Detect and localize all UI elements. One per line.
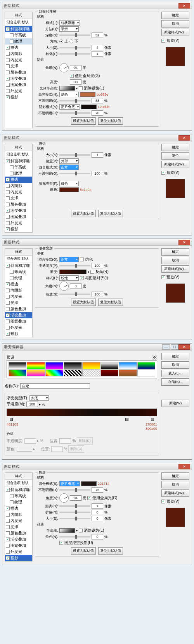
gradient-type-dropdown[interactable]: 实底 xyxy=(29,395,49,401)
gear-icon[interactable]: ⚙ xyxy=(152,355,157,360)
effect-checkbox[interactable] xyxy=(10,276,14,280)
distance-input[interactable]: 1 xyxy=(92,503,103,509)
sidebar-item[interactable]: 颜色叠加 xyxy=(5,306,32,312)
effect-checkbox[interactable] xyxy=(6,89,10,93)
reset-default-button[interactable]: 复位为默认值 xyxy=(98,299,123,306)
ok-button[interactable]: 确定 xyxy=(161,248,189,256)
antialias-checkbox[interactable] xyxy=(79,86,83,90)
opacity-input[interactable]: 100 xyxy=(92,171,103,176)
effect-checkbox[interactable] xyxy=(6,307,10,311)
opacity-slider[interactable] xyxy=(59,173,90,174)
sidebar-item[interactable]: 描边 xyxy=(5,177,32,183)
effect-checkbox[interactable] xyxy=(6,513,10,517)
shadow-op-input[interactable]: 78 xyxy=(92,110,103,116)
opacity-slider[interactable] xyxy=(59,489,90,491)
size-input[interactable]: 4 xyxy=(92,45,103,50)
dither-checkbox[interactable] xyxy=(80,258,84,261)
sidebar-item[interactable]: 光泽 xyxy=(5,195,32,201)
size-slider[interactable] xyxy=(59,154,90,156)
effect-checkbox[interactable] xyxy=(6,95,10,99)
effect-checkbox[interactable] xyxy=(6,159,10,163)
dir-down-radio[interactable] xyxy=(69,39,73,43)
sidebar-item[interactable]: 内阴影 xyxy=(5,51,32,57)
minimize-icon[interactable]: — xyxy=(162,344,170,350)
effect-checkbox[interactable] xyxy=(6,313,10,317)
contour-picker[interactable] xyxy=(59,528,75,533)
soften-input[interactable]: 1 xyxy=(92,51,103,57)
hilite-op-input[interactable]: 88 xyxy=(92,98,103,103)
sidebar-item[interactable]: 纹理 xyxy=(5,275,32,281)
preset-item[interactable] xyxy=(82,362,100,369)
effect-checkbox[interactable] xyxy=(10,39,14,43)
sidebar-item[interactable]: 投影 xyxy=(5,94,32,100)
sidebar-item[interactable]: 渐变叠加 xyxy=(5,536,32,543)
effect-checkbox[interactable] xyxy=(10,270,14,274)
noise-slider[interactable] xyxy=(59,536,90,538)
make-default-button[interactable]: 设置为默认值 xyxy=(71,210,96,217)
sidebar-item[interactable]: 渐变叠加 xyxy=(5,312,32,318)
hilite-op-slider[interactable] xyxy=(59,100,90,101)
effect-checkbox[interactable] xyxy=(6,64,10,68)
sidebar-item[interactable]: 等高线 xyxy=(5,269,32,275)
cancel-button[interactable]: 取消 xyxy=(161,257,189,264)
sidebar-item[interactable]: 投影 xyxy=(5,331,32,337)
altitude-input[interactable]: 30 xyxy=(70,79,81,85)
effect-checkbox[interactable] xyxy=(6,332,10,336)
cancel-button[interactable]: 取消 xyxy=(161,481,189,488)
gradient-bar[interactable] xyxy=(7,409,157,416)
make-default-button[interactable]: 设置为默认值 xyxy=(71,299,96,306)
close-icon[interactable]: ✕ xyxy=(178,344,190,350)
ok-button[interactable]: 确定 xyxy=(161,12,189,19)
sidebar-item[interactable]: 渐变叠加 xyxy=(5,76,32,82)
close-icon[interactable]: ✕ xyxy=(178,240,190,245)
sidebar-item[interactable]: 光泽 xyxy=(5,300,32,306)
smooth-input[interactable]: 100 xyxy=(26,402,38,407)
titlebar[interactable]: 图层样式✕ xyxy=(2,463,192,470)
titlebar[interactable]: 图层样式✕ xyxy=(2,239,192,246)
effect-checkbox[interactable] xyxy=(6,227,10,231)
preset-item[interactable] xyxy=(137,369,155,376)
effect-checkbox[interactable] xyxy=(6,190,10,194)
effect-checkbox[interactable] xyxy=(6,295,10,299)
sidebar-item[interactable]: 外发光 xyxy=(5,220,32,226)
sidebar-item[interactable]: 投影 xyxy=(5,555,32,561)
sidebar-item[interactable]: 颜色叠加 xyxy=(5,69,32,76)
effect-checkbox[interactable] xyxy=(6,550,10,554)
load-button[interactable]: 载入(L)... xyxy=(161,370,189,377)
effect-checkbox[interactable] xyxy=(6,27,10,31)
sidebar-item[interactable]: 内发光 xyxy=(5,57,32,63)
sidebar-item[interactable]: 外发光 xyxy=(5,325,32,331)
scale-slider[interactable] xyxy=(59,294,90,295)
preset-item[interactable] xyxy=(45,369,63,376)
sidebar-item[interactable]: 内发光 xyxy=(5,189,32,195)
stroke-color[interactable] xyxy=(59,187,79,192)
cancel-button[interactable]: 复位 xyxy=(161,152,189,160)
shadow-color[interactable] xyxy=(81,481,97,486)
sidebar-item[interactable]: 光泽 xyxy=(5,524,32,530)
effect-checkbox[interactable] xyxy=(6,196,10,200)
preset-item[interactable] xyxy=(45,362,63,369)
sidebar-item[interactable]: 内发光 xyxy=(5,518,32,524)
effect-checkbox[interactable] xyxy=(6,221,10,225)
cancel-button[interactable]: 取消 xyxy=(161,361,189,369)
effect-checkbox[interactable] xyxy=(6,301,10,305)
sidebar-item[interactable]: 渐变叠加 xyxy=(5,208,32,214)
effect-checkbox[interactable] xyxy=(6,319,10,323)
angle-input[interactable]: 94 xyxy=(70,495,81,501)
new-style-button[interactable]: 新建样式(W)... xyxy=(161,265,189,273)
ok-button[interactable]: 确定 xyxy=(161,472,189,480)
reset-default-button[interactable]: 复位为默认值 xyxy=(98,117,123,125)
effect-checkbox[interactable] xyxy=(6,519,10,523)
new-style-button[interactable]: 新建样式(W)... xyxy=(161,161,189,168)
distance-slider[interactable] xyxy=(59,505,90,507)
sidebar-item[interactable]: 外发光 xyxy=(5,549,32,555)
preset-item[interactable] xyxy=(27,369,45,376)
preset-item[interactable] xyxy=(82,369,100,376)
effect-checkbox[interactable] xyxy=(10,172,14,175)
sidebar-item[interactable]: 图案叠加 xyxy=(5,214,32,220)
ok-button[interactable]: 确定 xyxy=(161,353,189,360)
method-dropdown[interactable]: 平滑 xyxy=(59,26,79,32)
make-default-button[interactable]: 设置为默认值 xyxy=(71,547,96,555)
sidebar-item[interactable]: 纹理 xyxy=(5,170,32,177)
reset-default-button[interactable]: 复位为默认值 xyxy=(98,547,123,555)
